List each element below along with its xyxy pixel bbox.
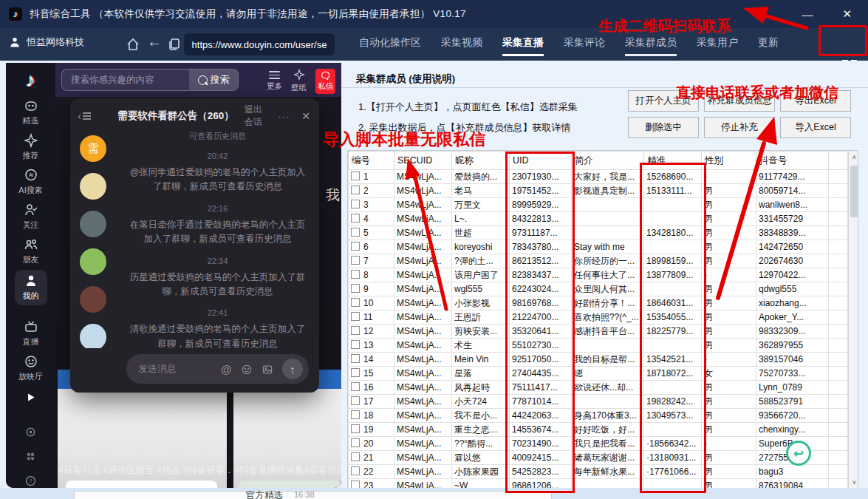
douyin-logo-icon: ♪ — [26, 69, 35, 92]
cell-extra — [829, 240, 848, 254]
search-button[interactable]: 搜索 — [189, 69, 238, 90]
conversation-avatar[interactable] — [80, 248, 106, 275]
row-checkbox[interactable] — [351, 242, 360, 251]
column-header[interactable]: 简介 — [572, 152, 644, 170]
nav-tab[interactable]: 采集用户 — [697, 33, 738, 56]
row-checkbox[interactable] — [351, 326, 360, 335]
mention-icon[interactable]: @ — [221, 363, 232, 376]
wallpaper-button[interactable]: 壁纸 — [291, 69, 307, 93]
row-checkbox[interactable] — [351, 228, 360, 237]
row-checkbox[interactable] — [351, 438, 360, 447]
back-float-button[interactable]: ↩ — [786, 441, 811, 466]
conversation-avatar[interactable] — [80, 324, 106, 348]
table-row: 14MS4wLjA...Mein Vin92517050...我的目标是帮...… — [349, 353, 848, 367]
table-scrollbar[interactable]: ∧ ∨ — [848, 151, 858, 488]
row-checkbox[interactable] — [351, 466, 360, 475]
search-input[interactable]: 搜索你感兴趣的内容 搜索 — [61, 69, 239, 91]
copy-pages-icon[interactable] — [167, 37, 182, 52]
video-caption[interactable]: #获客引流 #评论区留言 #热点 #抖音获客 … — [58, 464, 230, 477]
back-icon[interactable]: ← — [147, 34, 162, 49]
row-checkbox[interactable] — [351, 382, 360, 391]
row-checkbox[interactable] — [351, 298, 360, 307]
scroll-down-button[interactable]: ∨ — [849, 476, 858, 488]
column-header[interactable]: 抖音号 — [756, 152, 829, 170]
row-checkbox[interactable] — [351, 354, 360, 363]
cell-gender: 男 — [702, 339, 756, 353]
import-excel-button[interactable]: 导入Excel — [780, 117, 851, 138]
row-checkbox[interactable] — [351, 256, 360, 265]
sidebar-item-friends[interactable]: 朋友 — [23, 237, 39, 265]
nav-tab[interactable]: 采集群成员 — [625, 33, 677, 56]
nav-tab[interactable]: 采集评论 — [564, 33, 605, 56]
column-header[interactable]: 性别 — [702, 152, 756, 170]
row-checkbox[interactable] — [351, 186, 360, 194]
chat-close-button[interactable]: ✕ — [301, 110, 310, 122]
nav-tab[interactable]: 采集视频 — [441, 33, 482, 56]
row-checkbox[interactable] — [351, 396, 360, 405]
row-checkbox[interactable] — [351, 424, 360, 433]
sidebar-item-featured[interactable]: 精选 — [23, 98, 39, 126]
video-caption[interactable]: #抖音直播间采集#获客引流 #… — [234, 464, 341, 477]
row-checkbox[interactable] — [351, 284, 360, 293]
message-input[interactable]: 发送消息 @ ↑ — [126, 354, 309, 384]
row-checkbox[interactable] — [351, 452, 360, 461]
scroll-thumb[interactable] — [850, 166, 858, 217]
bottom-partial-strip: 官方精选 16:38 — [0, 488, 868, 499]
collapse-button[interactable]: ‹ — [70, 110, 98, 122]
cell-nickname: 该用户困了 — [452, 268, 510, 282]
nav-tab[interactable]: 自动化操作区 — [359, 33, 421, 56]
conversation-avatar[interactable] — [80, 211, 106, 237]
sidebar-item-following[interactable]: 关注 — [23, 203, 39, 231]
nav-tab[interactable]: 更新 — [758, 33, 779, 56]
row-checkbox[interactable] — [351, 368, 360, 377]
scroll-up-button[interactable]: ∧ — [849, 151, 858, 163]
chat-more-button[interactable]: ··· — [278, 111, 290, 122]
settings-icon[interactable] — [24, 426, 37, 441]
tv-icon — [24, 319, 38, 334]
more-apps-icon[interactable] — [24, 450, 37, 466]
conversation-avatar[interactable] — [80, 173, 106, 200]
cell-gender: 男 — [702, 184, 756, 198]
conversation-avatar[interactable]: 需 — [80, 135, 106, 162]
sidebar-item-recommend[interactable]: 推荐 — [23, 133, 39, 161]
cell-nickname: 术生 — [452, 339, 510, 353]
send-button[interactable]: ↑ — [282, 359, 303, 379]
cell-extra — [829, 268, 848, 282]
stop-fill-button[interactable]: 停止补充 — [704, 117, 775, 138]
row-checkbox[interactable] — [351, 340, 360, 349]
sidebar-item-me[interactable]: 我的 — [15, 270, 47, 305]
column-header[interactable]: 昵称 — [452, 152, 510, 170]
column-header[interactable]: 编号 — [349, 152, 394, 170]
emoji-icon[interactable] — [241, 362, 253, 376]
sidebar-item-cinema[interactable]: 放映厅 — [18, 354, 43, 382]
home-icon[interactable] — [126, 37, 140, 52]
delete-selected-button[interactable]: 删除选中 — [628, 117, 699, 138]
more-button[interactable]: 更多 — [267, 69, 282, 92]
row-checkbox[interactable] — [351, 270, 360, 279]
dm-button[interactable]: 私信 — [315, 69, 335, 94]
cell-gender: 男 — [702, 296, 756, 310]
url-bar[interactable]: https://www.douyin.com/user/se — [184, 33, 335, 55]
row-checkbox[interactable] — [351, 312, 360, 321]
sidebar-item-ai-search[interactable]: Ai AI搜索 — [18, 168, 42, 196]
quit-session-button[interactable]: 退出会话 — [245, 103, 267, 129]
row-checkbox[interactable] — [351, 214, 360, 223]
close-button[interactable]: ✕ — [842, 7, 852, 21]
minimize-button[interactable]: — — [802, 8, 813, 21]
account-info[interactable]: 恒益网络科技 — [9, 35, 84, 49]
image-icon[interactable] — [262, 362, 273, 376]
sidebar-item-live[interactable]: 直播 — [23, 319, 39, 347]
row-checkbox[interactable] — [351, 410, 360, 419]
row-checkbox[interactable] — [351, 200, 360, 208]
play-logo-icon[interactable] — [24, 391, 37, 407]
row-number-cell: 9 — [349, 282, 394, 296]
nav-tab[interactable]: 采集直播 — [502, 33, 544, 56]
column-header[interactable]: SECUID — [394, 152, 452, 170]
help-icon[interactable]: ? — [24, 475, 37, 488]
column-header[interactable] — [829, 152, 848, 170]
conversation-avatar[interactable] — [80, 286, 106, 313]
cell-gender: - — [702, 437, 756, 451]
cell-nickname: 霖以悠 — [452, 451, 510, 465]
cell-douyin-id: 93566720... — [756, 409, 829, 423]
row-checkbox[interactable] — [351, 172, 360, 180]
